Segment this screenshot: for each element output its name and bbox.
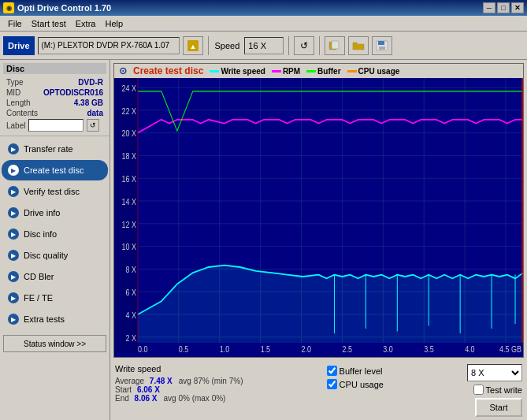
separator-1 [208, 36, 209, 55]
test-write-row: Test write [473, 385, 522, 395]
title-bar: ◉ Opti Drive Control 1.70 ─ □ ✕ [0, 0, 527, 16]
stat-end: End 8.06 X [115, 394, 158, 403]
legend-color-cpu [347, 70, 357, 72]
nav-label-disc-quality: Disc quality [24, 251, 68, 260]
sidebar-item-extra-tests[interactable]: ▶ Extra tests [2, 309, 108, 329]
separator-2 [288, 36, 289, 55]
disc-label-input[interactable] [28, 119, 84, 132]
stat-buffer-avg: avg 87% (min 7%) [179, 377, 243, 385]
stat-start: Start 6.06 X [115, 385, 160, 394]
nav-label-extra-tests: Extra tests [24, 314, 65, 324]
disc-type-value: DVD-R [78, 78, 103, 87]
fe-te-icon: ▶ [8, 292, 19, 303]
svg-text:▲: ▲ [189, 43, 196, 50]
disc-length-label: Length [6, 98, 31, 107]
stat-cpu-avg: avg 0% (max 0%) [164, 394, 226, 403]
speed-select[interactable]: 8 X 4 X 6 X 12 X 16 X [467, 364, 522, 381]
speed-label: Speed [215, 41, 240, 50]
svg-text:0.0: 0.0 [138, 344, 148, 352]
test-write-checkbox[interactable] [473, 385, 484, 395]
buffer-level-checkbox[interactable] [327, 366, 337, 376]
close-button[interactable]: ✕ [511, 2, 524, 13]
sidebar-item-create-test-disc[interactable]: ▶ Create test disc [2, 160, 108, 180]
disc-mid-row: MID OPTODISCR016 [3, 87, 106, 98]
stats-section: Write speed Average 7.48 X avg 87% (min … [115, 364, 243, 403]
svg-text:10 X: 10 X [121, 243, 136, 252]
cpu-usage-label: CPU usage [340, 380, 384, 389]
disc-label-row: Label ↺ [3, 118, 106, 132]
disc-label-refresh-button[interactable]: ↺ [87, 119, 99, 132]
stats-row-2: Start 6.06 X [115, 385, 243, 394]
cpu-check-row: CPU usage [327, 379, 384, 389]
save-button[interactable] [372, 36, 392, 55]
sidebar-item-disc-info[interactable]: ▶ Disc info [2, 224, 108, 244]
svg-text:20 X: 20 X [121, 129, 136, 139]
speed-combo[interactable]: 16 X [244, 37, 284, 54]
svg-text:6 X: 6 X [125, 288, 136, 297]
svg-text:4.5 GB: 4.5 GB [499, 344, 521, 352]
legend-label-write-speed: Write speed [221, 67, 265, 76]
stats-row-3: End 8.06 X avg 0% (max 0%) [115, 394, 243, 403]
drive-properties-button[interactable]: ▲ [183, 36, 203, 55]
menu-file[interactable]: File [3, 18, 27, 29]
minimize-button[interactable]: ─ [483, 2, 495, 13]
nav-label-drive-info: Drive info [24, 208, 60, 217]
chart-title-bar: ⊙ Create test disc Write speed RPM Buffe… [114, 64, 523, 78]
maximize-button[interactable]: □ [497, 2, 510, 13]
nav-label-transfer-rate: Transfer rate [24, 144, 73, 154]
menu-start-test[interactable]: Start test [27, 18, 71, 29]
svg-text:14 X: 14 X [121, 197, 136, 206]
disc-type-row: Type DVD-R [3, 77, 106, 87]
cd-bler-icon: ▶ [8, 271, 19, 282]
extra-tests-icon: ▶ [8, 314, 19, 325]
svg-rect-5 [378, 41, 384, 45]
menu-help[interactable]: Help [100, 18, 128, 29]
svg-text:2.0: 2.0 [302, 344, 312, 352]
legend-rpm: RPM [272, 67, 300, 76]
menu-extra[interactable]: Extra [71, 18, 101, 29]
refresh-button[interactable]: ↺ [294, 36, 314, 55]
svg-text:2.5: 2.5 [342, 344, 352, 352]
legend-cpu: CPU usage [347, 67, 400, 76]
stat-buffer-avg-value: avg 87% (min 7%) [179, 377, 243, 385]
svg-text:3.0: 3.0 [383, 344, 393, 352]
drive-value: (M:) PLEXTOR DVDR PX-760A 1.07 [42, 41, 170, 50]
nav-label-disc-info: Disc info [24, 229, 57, 239]
sidebar-item-drive-info[interactable]: ▶ Drive info [2, 203, 108, 223]
checkboxes-section: Buffer level CPU usage [327, 364, 384, 389]
stat-average-label: Average [115, 377, 144, 385]
sidebar-item-transfer-rate[interactable]: ▶ Transfer rate [2, 139, 108, 159]
drive-combo[interactable]: (M:) PLEXTOR DVDR PX-760A 1.07 [38, 37, 180, 54]
chart-icon: ⊙ [119, 65, 127, 76]
sidebar-item-verify-test-disc[interactable]: ▶ Verify test disc [2, 181, 108, 202]
svg-text:8 X: 8 X [125, 265, 136, 274]
status-window-button[interactable]: Status window >> [3, 335, 106, 352]
sidebar: Disc Type DVD-R MID OPTODISCR016 Length … [0, 60, 110, 420]
separator-3 [319, 36, 320, 55]
chart-svg: 24 X 22 X 20 X 18 X 16 X 14 X 12 X 10 X … [114, 78, 523, 352]
cpu-usage-checkbox[interactable] [327, 379, 337, 389]
start-button[interactable]: Start [475, 398, 522, 417]
stat-start-value: 6.06 X [137, 385, 160, 394]
disc-section: Disc Type DVD-R MID OPTODISCR016 Length … [0, 60, 109, 136]
transfer-rate-icon: ▶ [8, 143, 19, 154]
window-controls: ─ □ ✕ [483, 2, 524, 13]
legend-color-buffer [306, 70, 316, 72]
disc-quality-icon: ▶ [8, 250, 19, 261]
create-test-disc-icon: ▶ [8, 165, 19, 176]
sidebar-item-fe-te[interactable]: ▶ FE / TE [2, 288, 108, 308]
disc-type-label: Type [6, 78, 24, 87]
drive-info-icon: ▶ [8, 207, 19, 218]
copy-button[interactable] [325, 36, 345, 55]
svg-text:4 X: 4 X [125, 310, 136, 320]
sidebar-item-disc-quality[interactable]: ▶ Disc quality [2, 245, 108, 266]
right-controls-section: 8 X 4 X 6 X 12 X 16 X Test write Start [467, 364, 522, 417]
legend-label-cpu: CPU usage [358, 67, 400, 76]
app-title: Opti Drive Control 1.70 [17, 3, 111, 13]
chart-title: Create test disc [133, 65, 203, 76]
sidebar-item-cd-bler[interactable]: ▶ CD Bler [2, 266, 108, 287]
buffer-level-label: Buffer level [340, 366, 383, 376]
folder-button[interactable] [348, 36, 369, 55]
stat-average-value: 7.48 X [150, 377, 173, 385]
legend-label-buffer: Buffer [317, 67, 340, 76]
